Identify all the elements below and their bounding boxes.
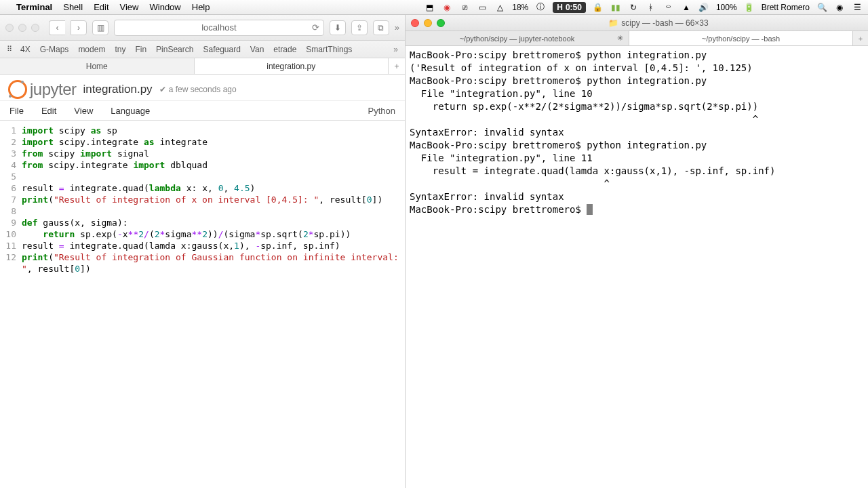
fav-tny[interactable]: tny: [115, 45, 125, 54]
info-icon[interactable]: ⓘ: [535, 1, 546, 13]
active-app-name[interactable]: Terminal: [16, 2, 52, 12]
line-content[interactable]: def gauss(x, sigma):: [22, 217, 134, 228]
line-number: 4: [0, 159, 22, 171]
new-tab-button[interactable]: +: [389, 58, 405, 74]
menu-help[interactable]: Help: [192, 2, 210, 12]
app-icon[interactable]: ◉: [441, 3, 452, 12]
code-line[interactable]: 4from scipy.integrate import dblquad: [0, 159, 405, 171]
terminal-tab-jupyter[interactable]: ~/python/scipy — jupyter-notebook ✳︎: [406, 31, 629, 45]
menu-language[interactable]: Language: [111, 106, 150, 116]
lock-icon[interactable]: 🔒: [593, 3, 604, 12]
tab-integration[interactable]: integration.py: [195, 58, 389, 74]
cloud-icon[interactable]: △: [494, 3, 505, 12]
line-content[interactable]: from scipy.integrate import dblquad: [22, 159, 213, 171]
jupyter-wordmark: jupyter: [30, 80, 77, 99]
sidebar-button[interactable]: ▥: [92, 20, 108, 35]
dropbox-icon[interactable]: ⬒: [424, 3, 435, 12]
menu-view-jup[interactable]: View: [74, 106, 93, 116]
code-line[interactable]: 10 return sp.exp(-x**2/(2*sigma**2))/(si…: [0, 228, 405, 240]
safari-window: ‹ › ▥ localhost ⟳ ⬇ ⇪ ⧉ » ⠿ 4X G-Maps mo…: [0, 15, 406, 488]
line-content[interactable]: [22, 171, 27, 182]
jupyter-logo[interactable]: jupyter: [8, 80, 77, 99]
fav-4x[interactable]: 4X: [20, 45, 31, 54]
fav-safeguard[interactable]: Safeguard: [203, 45, 240, 54]
menu-window[interactable]: Window: [150, 2, 181, 12]
menubar-user[interactable]: Brett Romero: [762, 3, 810, 12]
bluetooth-icon[interactable]: ᚼ: [646, 3, 656, 12]
kernel-language: Python: [368, 106, 395, 116]
line-number: 3: [0, 148, 22, 159]
fav-pinsearch[interactable]: PinSearch: [156, 45, 193, 54]
line-content[interactable]: from scipy import signal: [22, 148, 155, 159]
fav-modem[interactable]: modem: [78, 45, 105, 54]
menu-edit[interactable]: Edit: [94, 2, 108, 12]
volume-icon[interactable]: 🔊: [698, 3, 709, 12]
fav-etrade[interactable]: etrade: [273, 45, 296, 54]
wifi-icon[interactable]: ⌔: [663, 3, 674, 12]
line-content[interactable]: print("Result of integration of x on int…: [22, 194, 388, 205]
downloads-button[interactable]: ⬇: [330, 20, 346, 35]
notification-center-icon[interactable]: ☰: [852, 3, 863, 12]
clock-widget[interactable]: H0:50: [553, 2, 586, 13]
back-button[interactable]: ‹: [49, 20, 65, 35]
share-button[interactable]: ⇪: [351, 20, 368, 35]
code-line[interactable]: 6result = integrate.quad(lambda x: x, 0,…: [0, 182, 405, 194]
notebook-title[interactable]: integration.py: [83, 83, 153, 96]
line-content[interactable]: [22, 205, 27, 217]
terminal-tab-bash[interactable]: ~/python/scipy — -bash: [629, 31, 853, 45]
code-editor[interactable]: 1import scipy as sp2import scipy.integra…: [0, 121, 405, 488]
wifi-percent: 100%: [716, 3, 737, 12]
overflow-icon[interactable]: »: [395, 22, 399, 33]
reload-icon[interactable]: ⟳: [312, 22, 319, 33]
timemachine-icon[interactable]: ↻: [628, 3, 639, 12]
terminal-cursor: [587, 204, 593, 215]
screen-icon[interactable]: ⎚: [459, 3, 470, 12]
fav-smartthings[interactable]: SmartThings: [306, 45, 352, 54]
code-line[interactable]: 2import scipy.integrate as integrate: [0, 136, 405, 148]
address-bar[interactable]: localhost ⟳: [114, 20, 324, 36]
fav-van[interactable]: Van: [250, 45, 264, 54]
terminal-tabs: ~/python/scipy — jupyter-notebook ✳︎ ~/p…: [406, 31, 868, 46]
line-content[interactable]: import scipy as sp: [22, 125, 123, 136]
code-line[interactable]: 5: [0, 171, 405, 182]
siri-icon[interactable]: ◉: [834, 3, 845, 12]
line-content[interactable]: return sp.exp(-x**2/(2*sigma**2))/(sigma…: [22, 228, 356, 240]
tab-home[interactable]: Home: [0, 58, 195, 74]
line-content[interactable]: result = integrate.quad(lamda x:gauss(x,…: [22, 240, 346, 251]
favorites-overflow-icon[interactable]: »: [393, 45, 398, 54]
code-line[interactable]: 7print("Result of integration of x on in…: [0, 194, 405, 205]
display-icon[interactable]: ▭: [477, 3, 488, 12]
code-line[interactable]: 12print("Result of integration of Gaussi…: [0, 251, 405, 274]
terminal-window-controls[interactable]: [411, 19, 445, 27]
battery-icon[interactable]: 🔋: [744, 3, 755, 12]
code-line[interactable]: 3from scipy import signal: [0, 148, 405, 159]
forward-button[interactable]: ›: [71, 20, 87, 35]
menu-file[interactable]: File: [9, 106, 24, 116]
code-line[interactable]: 1import scipy as sp: [0, 125, 405, 136]
tabs-button[interactable]: ⧉: [373, 20, 389, 35]
fav-fin[interactable]: Fin: [135, 45, 146, 54]
line-content[interactable]: print("Result of integration of Gaussian…: [22, 251, 405, 274]
address-text: localhost: [201, 22, 236, 33]
terminal-body[interactable]: MacBook-Pro:scipy brettromero$ python in…: [406, 46, 868, 488]
menu-edit-jup[interactable]: Edit: [41, 106, 56, 116]
folder-icon: 📁: [608, 18, 618, 28]
code-line[interactable]: 9def gauss(x, sigma):: [0, 217, 405, 228]
favorites-grid-icon[interactable]: ⠿: [7, 45, 11, 54]
line-content[interactable]: import scipy.integrate as integrate: [22, 136, 213, 148]
fav-gmaps[interactable]: G-Maps: [40, 45, 69, 54]
terminal-new-tab[interactable]: +: [853, 31, 868, 45]
terminal-titlebar: 📁scipy — -bash — 66×33: [406, 15, 868, 31]
menu-shell[interactable]: Shell: [63, 2, 83, 12]
spotlight-icon[interactable]: 🔍: [816, 3, 827, 12]
window-controls[interactable]: [5, 24, 39, 32]
line-content[interactable]: result = integrate.quad(lambda x: x, 0, …: [22, 182, 260, 194]
airplay-icon[interactable]: ▲: [681, 3, 692, 12]
code-line[interactable]: 11result = integrate.quad(lamda x:gauss(…: [0, 240, 405, 251]
activity-icon[interactable]: ▮▮: [610, 3, 621, 12]
save-status: ✔ a few seconds ago: [159, 85, 237, 94]
code-line[interactable]: 8: [0, 205, 405, 217]
line-number: 5: [0, 171, 22, 182]
line-number: 6: [0, 182, 22, 194]
menu-view[interactable]: View: [120, 2, 139, 12]
